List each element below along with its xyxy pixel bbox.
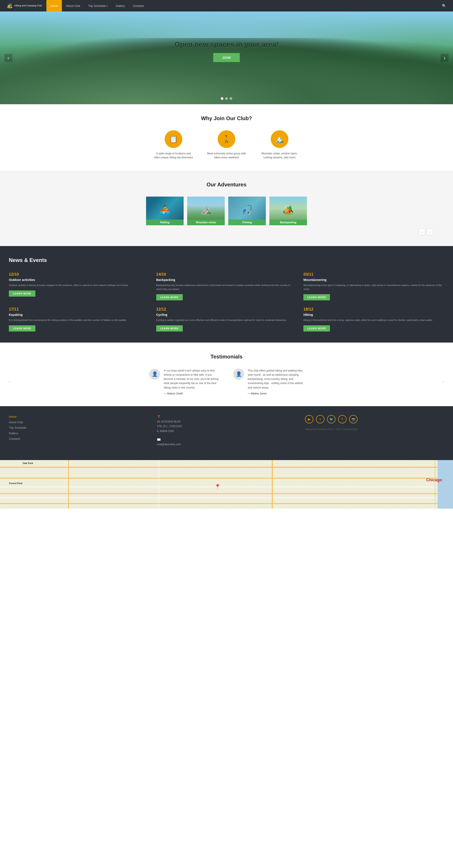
feature-vistas-text: Mountain vistas, pristine lakes, rushing… <box>260 152 299 159</box>
news-item-kayaking: 17/11 Kayaking It is distinguished from … <box>9 307 150 332</box>
location-icon: 📍 <box>157 415 296 418</box>
footer-social-column: ▶ t 🐦 f 📷 Hiking and Camping Club © 2015… <box>305 415 444 447</box>
footer-copyright: Hiking and Camping Club © 2015. Privacy … <box>305 428 444 431</box>
news-desc-hiking: Hiking is the preferred term for a long,… <box>303 318 444 322</box>
footer-zip: IL 60604-2340 <box>157 430 174 433</box>
adventure-rafting[interactable]: Rafting <box>146 196 184 225</box>
news-grid: 12/10 Outdoor activities Outdoor activit… <box>9 272 444 332</box>
logo[interactable]: 🏕️ Hiking and Camping Club <box>7 3 42 9</box>
nav-home[interactable]: Home <box>47 0 62 11</box>
nav-about[interactable]: About Club <box>62 0 84 11</box>
avatar-nelson: 👤 <box>149 369 160 380</box>
feature-group-icon: 🚶 <box>218 130 235 148</box>
news-section: News & Events 12/10 Outdoor activities O… <box>0 246 453 343</box>
hero-dot-2[interactable] <box>225 97 228 100</box>
search-icon[interactable]: 🔍 <box>442 4 446 8</box>
site-name: Hiking and Camping Club <box>14 4 42 7</box>
social-facebook[interactable]: f <box>338 415 346 424</box>
footer-nav: Home About Club Trip Schedule Gallery Co… <box>9 415 148 447</box>
news-title-mountaineering: Mountaineering <box>303 278 444 282</box>
adventure-mountain[interactable]: Mountain vistas <box>187 196 225 225</box>
footer-link-trip[interactable]: Trip Schedule <box>9 426 148 429</box>
footer-email: mail@demolink.com <box>157 442 296 447</box>
footer-grid: Home About Club Trip Schedule Gallery Co… <box>9 415 444 447</box>
feature-vistas: 🏔️ Mountain vistas, pristine lakes, rush… <box>260 130 299 159</box>
social-youtube[interactable]: ▶ <box>305 415 313 424</box>
testimonial-nelson-text: In our busy world it isn't always easy t… <box>164 369 220 390</box>
news-title-backpacking: Backpacking <box>156 278 297 282</box>
news-desc-outdoor: Outdoor activity is leisure pursuits eng… <box>9 283 150 287</box>
feature-vistas-icon: 🏔️ <box>271 130 289 148</box>
adventure-backpacking-label: Backpacking <box>269 220 307 225</box>
adventure-rafting-label: Rafting <box>146 220 184 225</box>
footer-suite: STE 15 L, CHICAGO <box>157 425 182 428</box>
testimonial-nelson: 👤 In our busy world it isn't always easy… <box>149 369 220 395</box>
testimonials-row: ‹ 👤 In our busy world it isn't always ea… <box>9 369 444 395</box>
news-learnmore-kayaking[interactable]: LEARN MORE <box>9 326 35 332</box>
email-icon: ✉️ <box>157 438 296 441</box>
map-road-v4 <box>435 460 435 509</box>
why-join-section: Why Join Our Club? 📋 A wide range of loc… <box>0 104 453 170</box>
join-button[interactable]: JOIN <box>213 53 240 62</box>
news-learnmore-backpacking[interactable]: LEARN MORE <box>156 294 183 300</box>
news-learnmore-cycling[interactable]: LEARN MORE <box>156 326 183 332</box>
footer-link-gallery[interactable]: Gallery <box>9 432 148 435</box>
footer-social: ▶ t 🐦 f 📷 <box>305 415 444 424</box>
news-title-outdoor: Outdoor activities <box>9 278 150 282</box>
testimonials-title: Testimonials <box>9 353 444 360</box>
social-twitter[interactable]: 🐦 <box>327 415 335 424</box>
news-date-kayaking: 17/11 <box>9 307 150 312</box>
footer-link-home[interactable]: Home <box>9 415 148 418</box>
news-learnmore-mountaineering[interactable]: LEARN MORE <box>303 294 330 300</box>
map-road-v2 <box>159 460 159 509</box>
testimonial-melina-content: This club offers guided hiking and walki… <box>248 369 304 395</box>
news-item-cycling: 12/12 Cycling Cycling is widely regarded… <box>156 307 297 332</box>
footer: Home About Club Trip Schedule Gallery Co… <box>0 406 453 460</box>
adventures-prev-button[interactable]: ‹ <box>419 229 425 235</box>
testimonials-next-button[interactable]: › <box>443 379 444 385</box>
features-row: 📋 A wide range of locations and often un… <box>7 130 446 159</box>
adventures-next-button[interactable]: › <box>427 229 433 235</box>
logo-icon: 🏕️ <box>7 3 12 9</box>
nav-gallery[interactable]: Gallery <box>112 0 129 11</box>
news-date-mountaineering: 03/11 <box>303 272 444 277</box>
nav-trip-schedule[interactable]: Trip Schedule <box>84 0 112 11</box>
hero-next-button[interactable]: › <box>441 54 449 62</box>
hero-dot-3[interactable] <box>230 97 232 100</box>
footer-link-contacts[interactable]: Contacts <box>9 437 148 440</box>
news-date-backpacking: 14/10 <box>156 272 297 277</box>
adventure-fishing[interactable]: Fishing <box>228 196 266 225</box>
news-desc-backpacking: Backpacking may include wilderness adven… <box>156 283 297 291</box>
news-item-backpacking: 14/10 Backpacking Backpacking may includ… <box>156 272 297 300</box>
testimonials-section: Testimonials ‹ 👤 In our busy world it is… <box>0 343 453 406</box>
news-title-cycling: Cycling <box>156 313 297 316</box>
news-item-outdoor: 12/10 Outdoor activities Outdoor activit… <box>9 272 150 300</box>
map-label-forest-park: Forest Park <box>9 482 23 485</box>
testimonials-prev-button[interactable]: ‹ <box>9 379 10 385</box>
news-item-hiking: 18/12 Hiking Hiking is the preferred ter… <box>303 307 444 332</box>
testimonial-melina-text: This club offers guided hiking and walki… <box>248 369 304 390</box>
news-desc-kayaking: It is distinguished from canoeing by the… <box>9 318 150 322</box>
feature-locations: 📋 A wide range of locations and often un… <box>154 130 193 159</box>
nav-contacts[interactable]: Contacts <box>129 0 148 11</box>
testimonial-melina: 👤 This club offers guided hiking and wal… <box>233 369 304 395</box>
news-learnmore-hiking[interactable]: LEARN MORE <box>303 326 330 332</box>
news-desc-mountaineering: Mountaineering is the sport of attaining… <box>303 283 444 291</box>
news-desc-cycling: Cycling is widely regarded as a very eff… <box>156 318 297 322</box>
footer-link-about[interactable]: About Club <box>9 421 148 424</box>
hero-dot-1[interactable] <box>221 97 223 100</box>
map-road-v3 <box>272 460 273 509</box>
main-nav: Home About Club Trip Schedule Gallery Co… <box>47 0 446 11</box>
adventure-fishing-label: Fishing <box>228 220 266 225</box>
news-learnmore-outdoor[interactable]: LEARN MORE <box>9 290 35 297</box>
social-tumblr[interactable]: t <box>316 415 324 424</box>
feature-group: 🚶 Meet extremely active group with hikes… <box>207 130 246 159</box>
social-instagram[interactable]: 📷 <box>349 415 358 424</box>
avatar-melina: 👤 <box>233 369 244 380</box>
header: 🏕️ Hiking and Camping Club Home About Cl… <box>0 0 453 11</box>
hero-prev-button[interactable]: ‹ <box>4 54 12 62</box>
feature-group-text: Meet extremely active group with hikes e… <box>207 152 246 159</box>
adventure-mountain-label: Mountain vistas <box>187 220 225 225</box>
adventure-backpacking[interactable]: Backpacking <box>269 196 307 225</box>
adventures-title: Our Adventures <box>7 182 446 188</box>
